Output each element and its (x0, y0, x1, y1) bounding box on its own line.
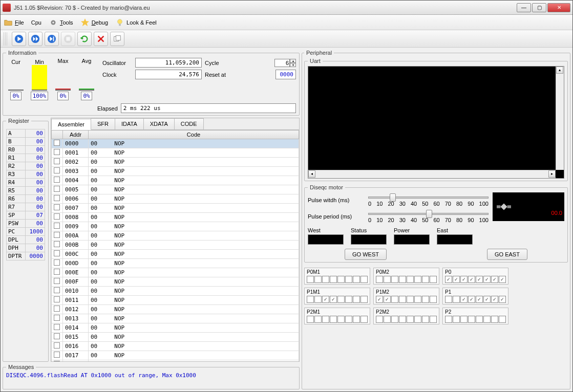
port-bit[interactable] (468, 316, 475, 323)
port-bit[interactable] (330, 296, 337, 303)
port-bit[interactable] (476, 276, 483, 283)
go-east-button[interactable]: GO EAST (487, 249, 527, 260)
port-bit[interactable] (491, 296, 498, 303)
register-row[interactable]: PSW00 (7, 220, 45, 228)
port-bit[interactable] (468, 296, 475, 303)
asm-row[interactable]: 000D00 NOP (52, 259, 299, 268)
asm-row[interactable]: 001400 NOP (52, 323, 299, 333)
port-bit[interactable] (384, 316, 391, 323)
delete-button[interactable] (94, 32, 108, 46)
port-bit[interactable] (483, 296, 491, 303)
asm-row[interactable]: 001000 NOP (52, 287, 299, 296)
port-bit[interactable] (314, 316, 322, 323)
asm-row[interactable]: 001100 NOP (52, 296, 299, 305)
asm-row[interactable]: 000800 NOP (52, 213, 299, 222)
pulse-width-slider[interactable]: 0102030405060708090100 (368, 192, 489, 208)
register-row[interactable]: R300 (7, 170, 45, 179)
port-bit[interactable] (422, 296, 429, 303)
port-bit[interactable] (376, 296, 383, 303)
assembler-table[interactable]: Addr Code 000000 NOP000100 NOP000200 NOP… (51, 130, 299, 361)
port-bit[interactable] (430, 316, 437, 323)
asm-row[interactable]: 000E00 NOP (52, 268, 299, 277)
tab-xdata[interactable]: XDATA (143, 118, 175, 129)
port-bit[interactable] (476, 316, 483, 323)
tab-assembler[interactable]: Assembler (51, 119, 91, 130)
asm-row[interactable]: 000300 NOP (52, 167, 299, 176)
tab-idata[interactable]: IDATA (115, 118, 144, 129)
port-bit[interactable] (445, 296, 452, 303)
port-bit[interactable] (360, 276, 368, 283)
tab-code[interactable]: CODE (174, 118, 204, 129)
reset-field[interactable] (275, 70, 296, 79)
port-bit[interactable] (414, 316, 421, 323)
port-bit[interactable] (460, 276, 468, 283)
port-bit[interactable] (453, 276, 460, 283)
window-button[interactable] (110, 32, 124, 46)
port-bit[interactable] (376, 276, 383, 283)
toolbar-grip[interactable] (4, 32, 8, 46)
port-bit[interactable] (399, 276, 406, 283)
port-bit[interactable] (391, 296, 398, 303)
port-bit[interactable] (391, 276, 398, 283)
port-bit[interactable] (483, 276, 491, 283)
port-bit[interactable] (445, 316, 452, 323)
step-over-button[interactable] (28, 32, 43, 46)
register-row[interactable]: A00 (7, 129, 45, 138)
port-bit[interactable] (345, 316, 352, 323)
asm-row[interactable]: 001600 NOP (52, 342, 299, 351)
port-bit[interactable] (353, 316, 360, 323)
port-bit[interactable] (330, 276, 337, 283)
port-bit[interactable] (322, 296, 329, 303)
register-row[interactable]: R200 (7, 162, 45, 170)
port-bit[interactable] (414, 296, 421, 303)
tab-sfr[interactable]: SFR (91, 118, 115, 129)
menu-file[interactable]: File (4, 18, 24, 27)
asm-row[interactable]: 000500 NOP (52, 185, 299, 194)
register-row[interactable]: R000 (7, 146, 45, 154)
port-bit[interactable] (422, 276, 429, 283)
port-bit[interactable] (491, 276, 498, 283)
clock-field[interactable] (135, 70, 202, 79)
asm-row[interactable]: 000B00 NOP (52, 241, 299, 250)
menu-debug[interactable]: Debug (80, 18, 108, 27)
port-bit[interactable] (337, 276, 345, 283)
asm-row[interactable]: 000400 NOP (52, 176, 299, 185)
asm-row[interactable]: 000900 NOP (52, 222, 299, 231)
port-bit[interactable] (391, 316, 398, 323)
register-row[interactable]: R400 (7, 179, 45, 187)
asm-row[interactable]: 000F00 NOP (52, 277, 299, 287)
asm-row[interactable]: 000600 NOP (52, 194, 299, 204)
uart-scrollbar-h[interactable]: ◂▸ (308, 170, 556, 178)
port-bit[interactable] (476, 296, 483, 303)
asm-row[interactable]: 000C00 NOP (52, 250, 299, 259)
port-bit[interactable] (407, 296, 414, 303)
port-bit[interactable] (307, 316, 314, 323)
port-bit[interactable] (468, 276, 475, 283)
asm-row[interactable]: 001500 NOP (52, 333, 299, 342)
asm-row[interactable]: 000700 NOP (52, 204, 299, 213)
refresh-button[interactable] (77, 32, 92, 46)
port-bit[interactable] (307, 276, 314, 283)
port-bit[interactable] (414, 276, 421, 283)
port-bit[interactable] (345, 276, 352, 283)
port-bit[interactable] (453, 296, 460, 303)
port-bit[interactable] (460, 296, 468, 303)
register-row[interactable]: B00 (7, 138, 45, 146)
port-bit[interactable] (407, 316, 414, 323)
asm-row[interactable]: 000A00 NOP (52, 231, 299, 241)
port-bit[interactable] (353, 296, 360, 303)
asm-row[interactable]: 001200 NOP (52, 305, 299, 314)
register-row[interactable]: DPH00 (7, 244, 45, 252)
register-row[interactable]: R500 (7, 187, 45, 195)
port-bit[interactable] (322, 276, 329, 283)
port-bit[interactable] (499, 296, 506, 303)
port-bit[interactable] (499, 316, 506, 323)
cycle-spinner[interactable]: ▴▾ (274, 59, 296, 67)
run-button[interactable] (12, 32, 26, 46)
port-bit[interactable] (307, 296, 314, 303)
asm-row[interactable]: 000000 NOP (52, 139, 299, 148)
register-row[interactable]: DPTR0000 (7, 252, 45, 260)
asm-row[interactable]: 001300 NOP (52, 314, 299, 323)
port-bit[interactable] (407, 276, 414, 283)
port-bit[interactable] (422, 316, 429, 323)
